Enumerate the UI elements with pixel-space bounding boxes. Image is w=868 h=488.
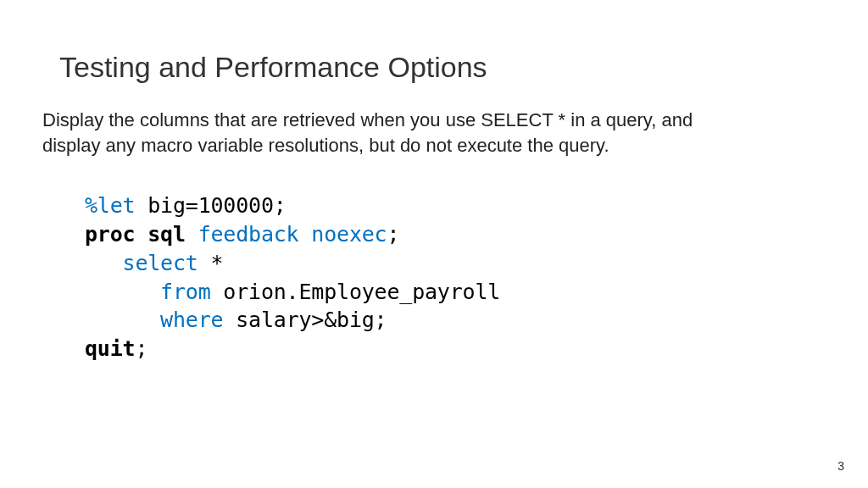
indent — [85, 251, 123, 275]
code-text: ; — [135, 336, 147, 361]
code-line-1: %let big=100000; — [85, 191, 826, 220]
page-number: 3 — [837, 459, 844, 473]
keyword-quit: quit — [85, 336, 135, 361]
code-text: * — [198, 251, 224, 275]
code-text: salary>&big; — [223, 308, 387, 332]
code-line-6: quit; — [85, 335, 826, 363]
keyword-select: select — [123, 251, 198, 275]
slide-description: Display the columns that are retrieved w… — [42, 108, 704, 158]
code-text: big=100000; — [135, 193, 286, 218]
keyword-where: where — [160, 308, 223, 332]
keyword-let: %let — [85, 193, 135, 218]
code-line-5: where salary>&big; — [85, 306, 826, 335]
indent — [85, 308, 160, 332]
code-text: ; — [387, 222, 399, 247]
code-line-2: proc sql feedback noexec; — [85, 220, 826, 249]
keyword-proc-sql: proc sql — [85, 222, 186, 247]
code-block: %let big=100000; proc sql feedback noexe… — [85, 191, 826, 363]
indent — [85, 280, 160, 304]
keyword-options: feedback noexec — [186, 222, 387, 247]
keyword-from: from — [160, 280, 210, 304]
code-text: orion.Employee_payroll — [211, 280, 501, 304]
slide-title: Testing and Performance Options — [59, 51, 826, 84]
code-line-4: from orion.Employee_payroll — [85, 278, 826, 307]
code-line-3: select * — [85, 249, 826, 278]
